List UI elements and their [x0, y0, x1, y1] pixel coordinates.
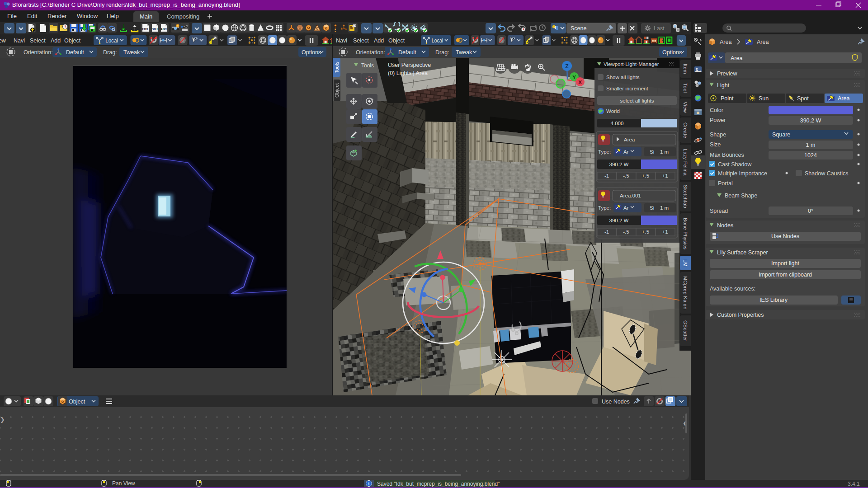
svg-text:Point: Point — [721, 95, 734, 102]
svg-text:Pan View: Pan View — [112, 480, 135, 487]
svg-text:X: X — [578, 80, 582, 85]
svg-text:390.2 W: 390.2 W — [609, 218, 629, 223]
svg-text:Area: Area — [624, 137, 635, 142]
svg-text:-.5: -.5 — [623, 173, 629, 178]
svg-text:4.000: 4.000 — [611, 121, 624, 126]
svg-text:Area: Area — [757, 39, 769, 45]
svg-text:ABC: ABC — [160, 28, 167, 31]
svg-text:IES Library: IES Library — [760, 297, 788, 303]
svg-text:-1: -1 — [604, 229, 609, 235]
svg-text:Saved "Idk_but_mcprep_is_being: Saved "Idk_but_mcprep_is_being_annoying.… — [377, 481, 500, 487]
svg-text:Nodes: Nodes — [717, 222, 733, 229]
svg-text:Power: Power — [710, 117, 726, 123]
svg-text:Y: Y — [572, 75, 576, 80]
svg-text:Select: Select — [30, 38, 46, 44]
svg-text:Sun: Sun — [759, 95, 769, 102]
svg-text:Import from clipboard: Import from clipboard — [759, 272, 812, 278]
svg-text:Max Bounces: Max Bounces — [710, 152, 744, 158]
svg-text:1 m: 1 m — [806, 142, 816, 148]
svg-text:select all lights: select all lights — [620, 98, 654, 103]
svg-text:+1: +1 — [662, 173, 668, 178]
svg-text:Last: Last — [654, 25, 665, 32]
svg-text:Ar: Ar — [623, 205, 629, 211]
svg-text:Object: Object — [64, 38, 81, 44]
svg-text:Shadow Caustics: Shadow Caustics — [805, 170, 849, 177]
svg-text:-1: -1 — [604, 173, 609, 178]
svg-text:i: i — [368, 481, 370, 486]
svg-text:Select: Select — [353, 38, 369, 44]
svg-text:Object: Object — [388, 38, 405, 44]
svg-text:Available sources:: Available sources: — [710, 286, 755, 292]
svg-text:1024: 1024 — [804, 152, 817, 159]
svg-text:Custom Properties: Custom Properties — [717, 312, 764, 318]
svg-text:Si: Si — [650, 149, 654, 155]
svg-text:Spot: Spot — [797, 95, 809, 102]
svg-text:Add: Add — [51, 38, 61, 44]
svg-text:Spread: Spread — [710, 208, 728, 214]
svg-text:View: View — [0, 38, 6, 44]
svg-text:1 m: 1 m — [660, 205, 669, 211]
svg-text:Type:: Type: — [598, 149, 611, 155]
svg-text:Portal: Portal — [718, 180, 733, 187]
svg-text:Lily Surface Scraper: Lily Surface Scraper — [717, 249, 768, 256]
svg-text:World: World — [606, 108, 620, 114]
svg-text:Size: Size — [710, 141, 721, 148]
svg-text:+.5: +.5 — [642, 173, 649, 178]
svg-text:390.2 W: 390.2 W — [609, 162, 629, 167]
svg-text:Navi: Navi — [336, 38, 347, 44]
svg-text:Light: Light — [717, 82, 730, 89]
svg-text:Scene: Scene — [571, 25, 586, 32]
svg-text:Use Nodes: Use Nodes — [771, 233, 799, 239]
svg-text:Cast Shadow: Cast Shadow — [718, 161, 752, 168]
svg-text:Tools: Tools — [361, 62, 374, 69]
svg-text:Add: Add — [374, 38, 384, 44]
svg-text:Object: Object — [69, 399, 85, 405]
svg-text:Ar: Ar — [623, 149, 629, 155]
svg-text:Area: Area — [838, 95, 849, 102]
svg-text:Preview: Preview — [717, 70, 737, 77]
svg-text:Show all lights: Show all lights — [606, 75, 640, 80]
svg-text:Viewport-Light-Manager: Viewport-Light-Manager — [604, 61, 659, 67]
svg-text:Area.001: Area.001 — [620, 193, 641, 198]
svg-text:Type:: Type: — [598, 205, 611, 211]
svg-text:Shape: Shape — [710, 131, 726, 138]
svg-text:Area: Area — [731, 55, 742, 61]
svg-text:Area: Area — [720, 39, 731, 45]
svg-text:FBX: FBX — [142, 28, 149, 31]
svg-text:OBJ: OBJ — [151, 28, 158, 31]
svg-text:Square: Square — [772, 131, 790, 138]
svg-text:1 m: 1 m — [660, 149, 669, 155]
svg-text:Z: Z — [565, 63, 568, 70]
svg-text:Color: Color — [710, 107, 723, 113]
svg-text:390.2 W: 390.2 W — [800, 117, 821, 124]
svg-text:0°: 0° — [808, 208, 813, 214]
svg-text:Si: Si — [650, 205, 654, 211]
svg-text:Navi: Navi — [14, 38, 25, 44]
svg-text:3.4.1: 3.4.1 — [848, 481, 860, 487]
svg-text:Use Nodes: Use Nodes — [602, 399, 630, 405]
svg-text:Beam Shape: Beam Shape — [725, 192, 757, 199]
svg-text:Smaller increment: Smaller increment — [606, 86, 648, 91]
svg-text:-.5: -.5 — [623, 229, 629, 235]
svg-text:Multiple Importance: Multiple Importance — [718, 170, 767, 177]
svg-text:+.5: +.5 — [642, 229, 649, 235]
svg-text:Import light: Import light — [771, 260, 799, 267]
svg-text:(0) Lights | Area: (0) Lights | Area — [388, 70, 428, 76]
svg-text:+1: +1 — [662, 229, 668, 235]
